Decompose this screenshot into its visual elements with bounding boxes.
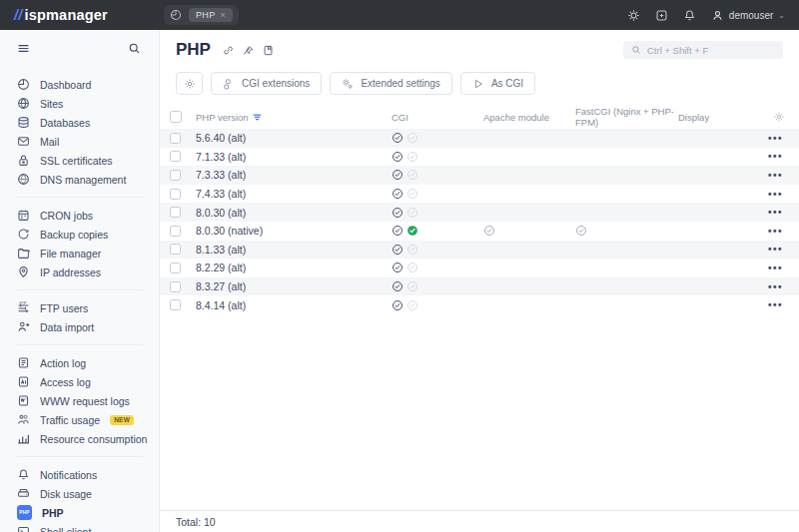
sidebar-item-shell-client[interactable]: Shell-client [17, 522, 149, 532]
row-checkbox[interactable] [170, 299, 181, 310]
table-row[interactable]: 7.4.33 (alt)••• [160, 185, 799, 204]
sidebar-item-cron-jobs[interactable]: CRON jobs [17, 206, 149, 225]
table-row[interactable]: 8.0.30 (alt)••• [160, 203, 799, 222]
search-icon [631, 45, 641, 55]
table-row[interactable]: 7.1.33 (alt)••• [160, 148, 799, 167]
column-php-version[interactable]: PHP version [196, 112, 392, 123]
cgi-cell [392, 132, 483, 144]
as-cgi-button[interactable]: As CGI [460, 72, 535, 95]
row-checkbox[interactable] [170, 244, 181, 255]
row-actions-ellipsis[interactable]: ••• [768, 133, 785, 144]
dashboard-icon [17, 78, 30, 91]
sidebar-item-www-request-logs[interactable]: WWW request logs [17, 391, 149, 410]
search-input[interactable] [647, 45, 775, 56]
cgi-default-icon [406, 207, 418, 219]
row-checkbox[interactable] [170, 263, 181, 273]
row-checkbox[interactable] [170, 281, 181, 292]
table-settings-gear-icon[interactable] [773, 111, 785, 123]
sidebar-item-dashboard[interactable]: Dashboard [17, 75, 149, 94]
cgi-enabled-icon [392, 280, 403, 292]
sidebar-item-ftp-users[interactable]: FTPFTP users [17, 298, 149, 317]
sidebar-item-file-manager[interactable]: File manager [17, 244, 149, 263]
select-all-checkbox[interactable] [170, 111, 182, 123]
row-checkbox[interactable] [170, 151, 181, 162]
table-row[interactable]: 8.4.14 (alt)••• [160, 295, 799, 314]
sidebar-item-backup-copies[interactable]: Backup copies [17, 225, 149, 244]
row-actions-ellipsis[interactable]: ••• [768, 263, 785, 273]
docs-icon[interactable] [263, 45, 274, 56]
table-row[interactable]: 5.6.40 (alt)••• [160, 129, 799, 148]
new-badge: NEW [110, 415, 134, 425]
user-menu[interactable]: demouser ⌄ [711, 9, 785, 22]
sidebar-item-data-import[interactable]: Data import [17, 317, 149, 336]
table-row[interactable]: 7.3.33 (alt)••• [160, 166, 799, 185]
disk-usage-icon [17, 487, 30, 500]
new-window-icon[interactable] [655, 9, 668, 22]
pin-icon[interactable] [243, 45, 254, 56]
cgi-cell [392, 244, 483, 256]
row-checkbox[interactable] [170, 207, 181, 218]
sidebar-item-sites[interactable]: Sites [17, 94, 149, 113]
total-count: Total: 10 [176, 516, 216, 528]
copy-link-icon[interactable] [223, 45, 234, 56]
sidebar-item-access-log[interactable]: Access log [17, 372, 149, 391]
sidebar-divider [17, 289, 143, 290]
dashboard-tab-icon[interactable] [170, 9, 182, 21]
cgi-default-icon [406, 188, 418, 200]
sidebar-item-ssl-certificates[interactable]: SSL certificates [17, 151, 149, 170]
sidebar-search-icon[interactable] [128, 42, 141, 55]
theme-icon[interactable] [627, 9, 640, 22]
row-actions-ellipsis[interactable]: ••• [768, 281, 785, 292]
table-row[interactable]: 8.0.30 (native)••• [160, 222, 799, 241]
global-search[interactable] [623, 41, 783, 59]
sidebar-item-databases[interactable]: Databases [17, 113, 149, 132]
cgi-cell [392, 188, 483, 200]
row-actions-ellipsis[interactable]: ••• [768, 207, 785, 218]
row-actions-ellipsis[interactable]: ••• [768, 299, 785, 310]
sidebar-item-resource-consumption[interactable]: Resource consumption [17, 429, 149, 448]
notifications-icon [17, 468, 30, 481]
mail-icon [17, 135, 30, 148]
menu-hamburger-icon[interactable] [17, 42, 30, 55]
php-version-cell: 7.3.33 (alt) [196, 169, 392, 181]
row-actions-ellipsis[interactable]: ••• [768, 151, 785, 162]
row-actions-ellipsis[interactable]: ••• [768, 170, 785, 181]
row-checkbox[interactable] [170, 226, 181, 237]
access-log-icon [17, 375, 30, 388]
www-logs-icon [17, 394, 30, 407]
extended-settings-button[interactable]: Extended settings [330, 72, 452, 95]
cgi-extensions-button[interactable]: CGI extensions [211, 72, 322, 95]
row-actions-ellipsis[interactable]: ••• [768, 189, 785, 200]
tab-php[interactable]: PHP × [189, 8, 233, 22]
tab-close-icon[interactable]: × [221, 11, 227, 20]
table-row[interactable]: 8.2.29 (alt)••• [160, 259, 799, 277]
sidebar-item-traffic-usage[interactable]: Traffic usageNEW [17, 410, 149, 429]
ispmanager-logo: // ispmanager [14, 7, 108, 23]
cgi-extensions-label: CGI extensions [242, 78, 310, 89]
dns-icon: • [17, 173, 30, 186]
settings-button[interactable] [176, 72, 203, 95]
sidebar-item-php[interactable]: PHPPHP [17, 503, 149, 522]
sidebar-item-disk-usage[interactable]: Disk usage [17, 484, 149, 503]
sort-icon[interactable] [253, 113, 262, 122]
php-icon: PHP [17, 505, 32, 520]
row-actions-ellipsis[interactable]: ••• [768, 244, 785, 255]
row-checkbox[interactable] [170, 189, 181, 200]
page-title: PHP [176, 40, 211, 60]
notifications-bell-icon[interactable] [683, 9, 696, 22]
sidebar-item-ip-addresses[interactable]: IP addresses [17, 263, 149, 281]
shell-icon [17, 525, 30, 532]
chevron-down-icon: ⌄ [778, 11, 785, 20]
sidebar-item-notifications[interactable]: Notifications [17, 465, 149, 484]
row-checkbox[interactable] [170, 170, 181, 181]
sidebar-item-label: File manager [40, 248, 101, 260]
row-actions-ellipsis[interactable]: ••• [768, 226, 785, 237]
sidebar-item-dns-management[interactable]: •DNS management [17, 170, 149, 189]
table-row[interactable]: 8.1.33 (alt)••• [160, 241, 799, 260]
sidebar-item-mail[interactable]: Mail [17, 132, 149, 151]
table-row[interactable]: 8.3.27 (alt)••• [160, 277, 799, 296]
sidebar-item-action-log[interactable]: Action log [17, 353, 149, 372]
sidebar-item-label: PHP [42, 507, 64, 519]
cgi-default-icon [406, 280, 418, 292]
row-checkbox[interactable] [170, 133, 181, 144]
